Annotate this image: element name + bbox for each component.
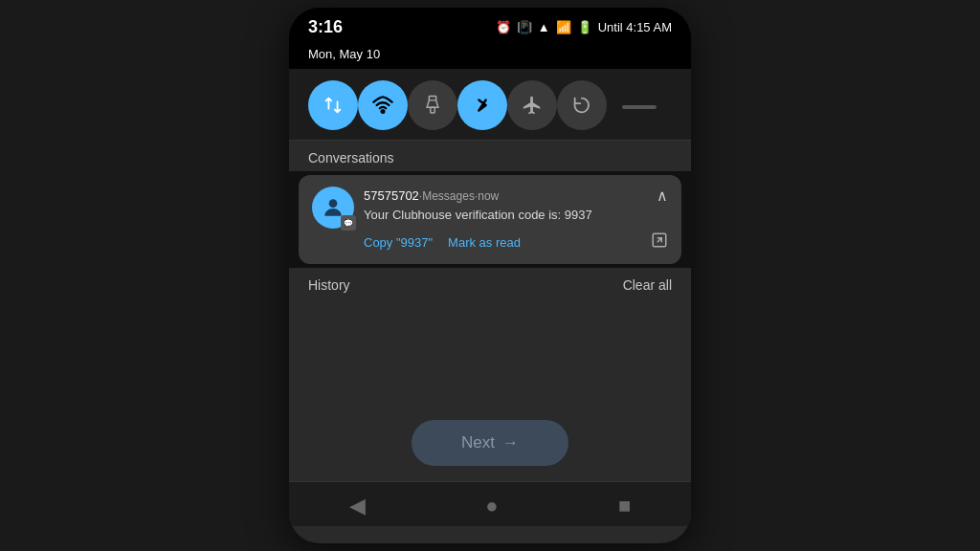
status-icons: ⏰ 📳 ▲ 📶 🔋 Until 4:15 AM (496, 20, 672, 34)
phone-frame: 3:16 ⏰ 📳 ▲ 📶 🔋 Until 4:15 AM Mon, May 10 (289, 8, 691, 543)
signal-icon: 📶 (556, 20, 571, 34)
status-time: 3:16 (308, 17, 343, 37)
nav-home[interactable]: ● (470, 490, 513, 522)
tile-flashlight[interactable] (408, 80, 457, 130)
notif-content: 57575702 · Messages · now ∧ Your Clubhou… (364, 187, 668, 253)
quick-tiles-row (289, 69, 691, 141)
expand-icon[interactable] (651, 231, 668, 253)
notif-title-row: 57575702 · Messages · now ∧ (364, 187, 668, 205)
svg-point-0 (382, 110, 385, 113)
svg-point-3 (329, 199, 338, 208)
clear-all-button[interactable]: Clear all (623, 277, 672, 293)
bottom-area: Next → ◀ ● ■ (289, 302, 691, 543)
nav-back[interactable]: ◀ (334, 490, 381, 522)
tile-rotate[interactable] (557, 80, 607, 130)
avatar-badge: 💬 (341, 215, 356, 231)
nav-recents[interactable]: ■ (603, 490, 646, 522)
battery-icon: 🔋 (577, 20, 592, 34)
wifi-icon: ▲ (538, 20, 550, 34)
notif-app: Messages (422, 189, 475, 203)
collapse-icon[interactable]: ∧ (657, 187, 668, 205)
avatar: 💬 (312, 187, 354, 229)
copy-button[interactable]: Copy "9937" (364, 235, 433, 250)
notif-header: 💬 57575702 · Messages · now ∧ Your Clubh… (312, 187, 668, 253)
svg-rect-2 (431, 107, 434, 113)
bottom-nav: ◀ ● ■ (289, 481, 691, 526)
panel-handle (622, 105, 657, 109)
alarm-icon: ⏰ (496, 20, 511, 34)
notification-card[interactable]: 💬 57575702 · Messages · now ∧ Your Clubh… (299, 175, 681, 264)
vibrate-icon: 📳 (517, 20, 532, 34)
notif-time: now (478, 189, 499, 203)
status-bar: 3:16 ⏰ 📳 ▲ 📶 🔋 Until 4:15 AM (289, 8, 691, 43)
next-button[interactable]: Next → (412, 420, 568, 466)
history-label: History (308, 277, 350, 293)
tile-airplane[interactable] (507, 80, 557, 130)
notif-body: Your Clubhouse verification code is: 993… (364, 208, 668, 222)
date-text: Mon, May 10 (308, 47, 380, 61)
notif-sender: 57575702 (364, 188, 419, 203)
mark-as-read-button[interactable]: Mark as read (448, 235, 521, 250)
tile-bluetooth[interactable] (457, 80, 507, 130)
tile-wifi[interactable] (358, 80, 408, 130)
tile-data-transfer[interactable] (308, 80, 358, 130)
svg-rect-1 (429, 96, 435, 99)
history-row: History Clear all (289, 268, 691, 302)
notif-actions: Copy "9937" Mark as read (364, 231, 668, 253)
until-text: Until 4:15 AM (598, 20, 672, 34)
conversations-label: Conversations (289, 141, 691, 171)
date-row: Mon, May 10 (289, 43, 691, 69)
